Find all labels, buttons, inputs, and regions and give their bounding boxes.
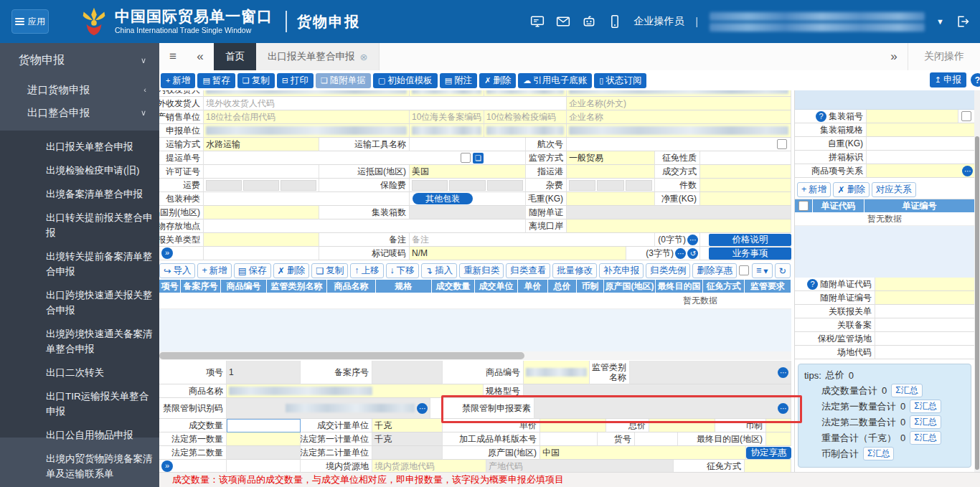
net-weight-input[interactable] [700, 192, 791, 206]
sidebar-item-exit-record-list[interactable]: 出境备案清单整合申报 [46, 182, 154, 206]
col-goods-code[interactable]: 商品编号 [221, 280, 267, 293]
container-weight-input[interactable] [867, 137, 974, 151]
attach-doc-code-input[interactable] [875, 278, 974, 291]
robot-icon[interactable] [582, 14, 596, 29]
col-total[interactable]: 总价 [548, 280, 577, 293]
vscroll-thumb[interactable] [975, 136, 979, 470]
other-packing-button[interactable]: 其他包装 [413, 193, 473, 204]
restrict-id-field-redacted[interactable]: ⋯ [227, 398, 430, 419]
expand-more-icon[interactable]: » [161, 460, 173, 472]
more-icon[interactable]: ⋯ [417, 403, 428, 414]
import-button[interactable]: ↪导入 [159, 263, 195, 278]
status-subscribe-button[interactable]: ▯状态订阅 [594, 73, 646, 88]
redacted-field[interactable] [567, 90, 791, 97]
sum-weight-button[interactable]: Σ汇总 [910, 431, 941, 445]
vertical-scrollbar[interactable] [974, 90, 980, 487]
declarer-redacted-field[interactable] [484, 124, 567, 138]
declare-button[interactable]: ↥申报 [930, 72, 966, 88]
origin-country-input[interactable]: 中国 [540, 446, 746, 460]
sum-currency-button[interactable]: Σ汇总 [863, 447, 894, 460]
site-code-input[interactable] [875, 346, 974, 359]
transport-mode-input[interactable]: 水路运输 [204, 138, 319, 151]
lcl-flag-input[interactable] [867, 151, 974, 164]
add-button[interactable]: +新增 [161, 73, 195, 88]
more-icon[interactable]: ⋯ [687, 235, 698, 245]
tab-export-declaration[interactable]: 出口报关单整合申报 ⊗ [256, 43, 380, 70]
classify-precedent-button[interactable]: 归类先例 [646, 263, 690, 278]
mobile-icon[interactable] [608, 14, 622, 29]
move-down-button[interactable]: ↓下移 [386, 263, 419, 278]
print-button[interactable]: ⊟打印 [277, 73, 314, 88]
col-spec[interactable]: 规格 [376, 280, 432, 293]
bill-checkbox[interactable] [461, 153, 471, 163]
dest-port-input[interactable] [567, 165, 655, 179]
voyage-input[interactable] [567, 138, 791, 151]
item-relation-input[interactable]: ⋯ [867, 164, 974, 178]
sum-legal1-button[interactable]: Σ汇总 [910, 399, 941, 413]
doc-mapping-button[interactable]: 对应关系 [872, 182, 916, 197]
more-icon[interactable]: ⋯ [675, 248, 686, 259]
more-icon[interactable]: ⋯ [778, 403, 788, 414]
sidebar-item-export-crossborder-fast[interactable]: 出口跨境快速通关报关整合申报 [46, 283, 154, 322]
container-checkbox[interactable] [961, 111, 971, 121]
mail-icon[interactable] [556, 14, 570, 29]
insurance-inputs[interactable] [410, 179, 526, 192]
col-doc-no[interactable]: 单证编号 [864, 199, 974, 212]
sidebar-group-export[interactable]: 出口整合申报 ∨ [0, 102, 159, 123]
insert-button[interactable]: ↴插入 [421, 263, 457, 278]
doc-add-button[interactable]: +新增 [797, 182, 831, 197]
sum-qty-button[interactable]: Σ汇总 [891, 384, 922, 397]
producer-customs-code-input[interactable]: 10位海关备案编码 [410, 110, 484, 124]
sidebar-item-export-transit-advance[interactable]: 出口转关提前报关整合申报 [46, 206, 154, 245]
user-name-redacted[interactable] [710, 9, 925, 34]
goods-name-field-redacted[interactable] [227, 384, 484, 398]
overseas-name-input[interactable]: 企业名称(外文) [567, 97, 791, 110]
sidebar-group-import[interactable]: 进口货物申报 ‹ [0, 79, 159, 100]
supplement-declare-button[interactable]: 补充申报 [599, 263, 644, 278]
reset-icon[interactable]: ↺ [687, 248, 698, 259]
currency-input[interactable] [766, 419, 791, 432]
docs-select-all-checkbox[interactable] [798, 201, 809, 211]
license-no-input[interactable] [204, 165, 319, 179]
declaration-type-input[interactable] [204, 233, 319, 247]
exempt-nature-input[interactable] [700, 151, 791, 165]
storage-place-input[interactable] [204, 219, 526, 233]
tab-list-icon[interactable]: ≡ [159, 43, 187, 70]
total-price-input[interactable] [649, 419, 715, 432]
refresh-button[interactable]: ↻ [775, 263, 791, 278]
declarer-redacted-field[interactable] [410, 124, 484, 138]
col-qty[interactable]: 成交数量 [432, 280, 475, 293]
business-matters-button[interactable]: 业务事项 [709, 247, 791, 260]
save-item-button[interactable]: ▤保存 [234, 263, 271, 278]
deal-unit-input[interactable]: 千克 [372, 419, 443, 432]
more-icon[interactable]: ⋯ [778, 367, 788, 378]
col-doc-code[interactable]: 单证代码 [813, 199, 864, 212]
sidebar-item-exit-crossborder-record[interactable]: 出境跨境快速通关备案清单整合申报 [46, 322, 154, 361]
delete-button[interactable]: ✗删除 [479, 73, 516, 88]
redacted-field[interactable] [484, 90, 567, 97]
overseas-code-input[interactable]: 境外收发货人代码 [204, 97, 567, 110]
horizontal-scrollbar[interactable] [159, 351, 791, 360]
delete-preference-button[interactable]: 删除享惠 [692, 263, 737, 278]
pieces-input[interactable] [700, 179, 791, 192]
sidebar-item-export-tir[interactable]: 出口TIR运输报关单整合申报 [46, 384, 154, 423]
agreement-preference-button[interactable]: 协定享惠 [746, 447, 791, 459]
more-icon[interactable]: ⋯ [962, 166, 973, 176]
producer-credit-code-input[interactable]: 18位社会信用代码 [204, 110, 410, 124]
unit-price-input[interactable] [540, 419, 606, 432]
col-requirement[interactable]: 监管要求 [745, 280, 791, 293]
restrict-elements-field[interactable]: ⋯ [534, 398, 791, 419]
gross-weight-input[interactable] [567, 192, 655, 206]
related-record-input[interactable] [875, 318, 974, 332]
close-operations-button[interactable]: 关闭操作 [908, 43, 980, 70]
marks-input[interactable]: N/M [410, 247, 626, 260]
col-dest[interactable]: 最终目的国 [656, 280, 703, 293]
final-dest-input[interactable] [766, 432, 791, 446]
monitor-icon[interactable] [530, 14, 545, 29]
scroll-tabs-right-icon[interactable]: » [880, 43, 908, 70]
col-currency[interactable]: 币制 [577, 280, 604, 293]
producer-ciq-code-input[interactable]: 10位检验检疫编码 [484, 110, 567, 124]
help-icon[interactable]: ? [816, 111, 826, 122]
goods-code-field-redacted[interactable] [524, 361, 590, 384]
redacted-field[interactable] [204, 90, 410, 97]
